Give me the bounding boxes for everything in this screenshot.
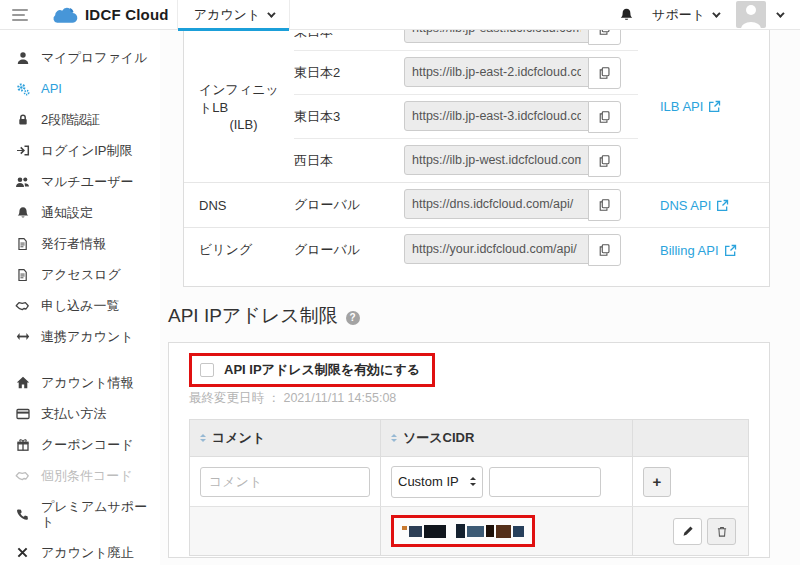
redacted-ip-block: [402, 526, 407, 530]
sidebar-item-multi-user[interactable]: マルチユーザー: [0, 166, 160, 197]
service-name: DNS: [199, 183, 294, 227]
sidebar-item-my-profile[interactable]: マイプロファイル: [0, 42, 160, 73]
redacted-ip-block: [456, 524, 465, 538]
add-cidr-button[interactable]: +: [643, 467, 671, 497]
sidebar-item-login-ip[interactable]: ログインIP制限: [0, 135, 160, 166]
column-header-cidr[interactable]: ソースCIDR: [380, 420, 632, 456]
link-label: DNS API: [660, 198, 711, 213]
region-label: グローバル: [294, 196, 404, 214]
copy-button[interactable]: [588, 234, 621, 266]
avatar: [736, 1, 766, 28]
column-header-comment[interactable]: コメント: [190, 420, 380, 456]
pencil-icon: [682, 525, 694, 537]
user-icon: [15, 51, 30, 65]
cidr-input[interactable]: [489, 467, 601, 497]
sign-in-icon: [15, 144, 30, 158]
endpoint-row: 東日本2: [294, 50, 638, 94]
cidr-type-select[interactable]: Custom IP: [391, 466, 483, 498]
redacted-ip-block: [486, 525, 494, 537]
endpoint-url-input[interactable]: [404, 57, 589, 87]
endpoint-url-input[interactable]: [404, 189, 589, 219]
sidebar-item-label: プレミアムサポート: [41, 499, 156, 529]
service-name-line1: DNS: [199, 198, 288, 213]
idcf-cloud-logo[interactable]: IDCF Cloud: [50, 5, 169, 24]
sidebar-item-label: 申し込み一覧: [41, 298, 120, 313]
highlight-red-box: API IPアドレス制限を有効にする: [189, 353, 435, 387]
user-menu[interactable]: [736, 1, 782, 28]
sidebar-item-label: API: [41, 81, 62, 96]
delete-entry-button[interactable]: [707, 518, 736, 545]
sidebar-item-label: 連携アカウント: [41, 329, 134, 344]
highlight-red-box: [391, 515, 535, 547]
sidebar-item-coupon[interactable]: クーポンコード: [0, 429, 160, 460]
sort-icon: [391, 431, 397, 445]
cloud-logo-icon: [50, 5, 80, 24]
handshake-icon: [15, 299, 30, 312]
bell-icon: [15, 206, 30, 220]
sidebar-item-label: 支払い方法: [41, 406, 106, 421]
sidebar-item-label: マイプロファイル: [41, 50, 147, 65]
sidebar-item-two-factor[interactable]: 2段階認証: [0, 104, 160, 135]
edit-entry-button[interactable]: [673, 518, 702, 545]
service-name: ビリング: [199, 228, 294, 272]
tab-account-label: アカウント: [194, 6, 261, 24]
billing-api-doc-link[interactable]: Billing API: [660, 243, 737, 258]
gears-icon: [15, 82, 30, 96]
copy-button[interactable]: [588, 101, 621, 133]
dns-api-doc-link[interactable]: DNS API: [660, 198, 729, 213]
endpoint-row: グローバル: [294, 228, 638, 272]
link-label: Billing API: [660, 243, 719, 258]
copy-button[interactable]: [588, 30, 621, 45]
enable-ip-restriction-checkbox[interactable]: [200, 363, 214, 377]
endpoint-url-input[interactable]: [404, 145, 589, 175]
x-icon: [15, 547, 30, 558]
column-header-label: ソースCIDR: [403, 429, 474, 447]
support-label: サポート: [652, 6, 705, 24]
hamburger-menu-icon[interactable]: [12, 9, 28, 21]
help-question-icon[interactable]: ?: [346, 311, 360, 325]
gift-icon: [15, 438, 30, 452]
sidebar-item-applications[interactable]: 申し込み一覧: [0, 290, 160, 321]
sidebar-item-linked-accounts[interactable]: 連携アカウント: [0, 321, 160, 352]
region-label: 東日本3: [294, 108, 404, 126]
sidebar-item-label: 通知設定: [41, 205, 93, 220]
sidebar-item-payment[interactable]: 支払い方法: [0, 398, 160, 429]
cidr-type-value: Custom IP: [398, 474, 459, 489]
sidebar-item-premium-support[interactable]: プレミアムサポート: [0, 491, 160, 537]
endpoint-url-input[interactable]: [404, 101, 589, 131]
redacted-ip-block: [496, 525, 511, 538]
notification-bell-icon[interactable]: [619, 7, 634, 23]
redacted-ip-block: [409, 526, 422, 537]
left-right-arrow-icon: [15, 331, 30, 342]
copy-button[interactable]: [588, 189, 621, 221]
document-icon: [15, 268, 30, 282]
main-content: インフィニットLB (ILB) 東日本 東日本2: [160, 30, 800, 565]
redacted-ip-block: [467, 526, 484, 537]
copy-button[interactable]: [588, 145, 621, 177]
chevron-down-icon: [776, 9, 784, 17]
ilb-api-doc-link[interactable]: ILB API: [660, 99, 721, 114]
page-title: API IPアドレス制限: [168, 303, 338, 329]
endpoint-row: 西日本: [294, 138, 638, 182]
support-menu[interactable]: サポート: [652, 6, 718, 24]
enable-ip-restriction-label[interactable]: API IPアドレス制限を有効にする: [224, 361, 420, 379]
sidebar-item-issuer-info[interactable]: 発行者情報: [0, 228, 160, 259]
sidebar-item-account-info[interactable]: アカウント情報: [0, 367, 160, 398]
redacted-ip-gap: [448, 526, 454, 537]
sidebar-item-close-account[interactable]: アカウント廃止: [0, 537, 160, 565]
column-header-label: コメント: [212, 429, 265, 447]
endpoint-url-input[interactable]: [404, 30, 589, 43]
sidebar-item-notifications[interactable]: 通知設定: [0, 197, 160, 228]
phone-icon: [15, 508, 30, 521]
comment-input[interactable]: [200, 467, 370, 497]
ip-restriction-panel: API IPアドレス制限を有効にする 最終変更日時 ： 2021/11/11 1…: [168, 342, 770, 558]
copy-button[interactable]: [588, 57, 621, 89]
tab-account[interactable]: アカウント: [177, 0, 291, 30]
service-name-line1: インフィニットLB: [199, 81, 288, 117]
sidebar-item-label: 発行者情報: [41, 236, 106, 251]
external-link-icon: [724, 244, 737, 257]
endpoint-url-input[interactable]: [404, 234, 589, 264]
sidebar: マイプロファイル API 2段階認証 ログインIP制限 マルチユーザー 通知設定…: [0, 30, 160, 565]
sidebar-item-access-log[interactable]: アクセスログ: [0, 259, 160, 290]
sidebar-item-api[interactable]: API: [0, 73, 160, 104]
